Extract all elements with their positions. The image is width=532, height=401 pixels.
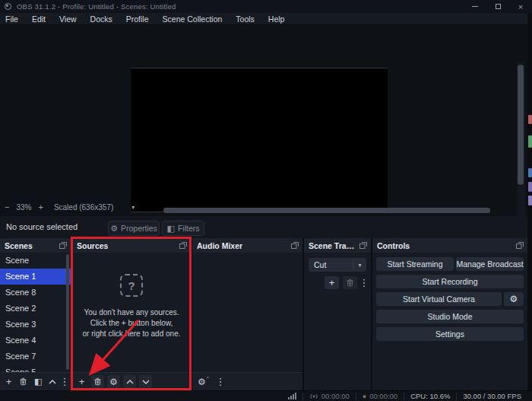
maximize-icon — [496, 4, 501, 9]
obs-logo-icon — [5, 3, 11, 10]
stream-timer: 00:00:00 — [303, 391, 356, 401]
menu-file[interactable]: File — [0, 14, 25, 24]
dock-popout-icon[interactable] — [59, 242, 67, 249]
background-chip — [528, 196, 532, 205]
preview-vertical-scrollbar[interactable] — [517, 62, 525, 228]
add-source-button[interactable]: + — [75, 375, 88, 388]
zoom-out-button[interactable]: − — [0, 202, 14, 212]
sources-panel-header[interactable]: Sources — [72, 238, 191, 253]
remove-scene-button[interactable] — [17, 375, 29, 388]
menu-view[interactable]: View — [52, 14, 84, 24]
preview-zoom-controls: − 33% + Scaled (636x357) ▾ — [0, 201, 160, 213]
audio-mixer-body[interactable] — [192, 253, 302, 372]
menu-tools[interactable]: Tools — [229, 14, 261, 24]
scenes-more-button[interactable]: ⋮ — [62, 375, 68, 388]
gear-icon: ⚙ — [109, 377, 118, 387]
scene-list-item[interactable]: Scene 4 — [0, 333, 71, 348]
record-icon: ● — [363, 393, 366, 400]
advanced-audio-button[interactable]: ⚙ ∘ — [195, 375, 208, 388]
broadcast-icon — [309, 393, 318, 400]
scene-list-item[interactable]: Scene 5 — [0, 364, 71, 372]
maximize-button[interactable] — [486, 0, 509, 13]
scene-list-item-selected[interactable]: Scene 1 — [0, 269, 71, 285]
remove-source-button[interactable] — [91, 375, 104, 388]
scene-list-item[interactable]: Scene — [0, 253, 71, 269]
virtual-camera-config-button[interactable]: ⚙ — [504, 292, 524, 306]
start-streaming-button[interactable]: Start Streaming — [376, 257, 454, 271]
move-source-down-button[interactable] — [139, 375, 152, 388]
dock-popout-icon[interactable] — [516, 242, 524, 249]
no-source-selected-label: No source selected — [6, 222, 78, 231]
dock-popout-icon[interactable] — [359, 242, 367, 249]
scenes-toolbar: + ◧ ⋮ — [0, 372, 71, 390]
gear-icon: ⚙ — [110, 224, 118, 234]
controls-panel-title: Controls — [377, 241, 410, 250]
preview-vertical-scrollbar-thumb[interactable] — [518, 65, 524, 185]
background-chip — [528, 135, 532, 148]
scenes-scrollbar[interactable] — [66, 254, 69, 370]
scene-transitions-panel: Scene Transitions Cut ▾ + ⋮ — [304, 238, 371, 390]
filters-button-label: Filters — [178, 224, 200, 233]
start-virtual-camera-button[interactable]: Start Virtual Camera — [376, 292, 502, 306]
menu-profile[interactable]: Profile — [119, 14, 156, 24]
chevron-up-icon — [126, 380, 134, 384]
zoom-in-button[interactable]: + — [33, 202, 47, 212]
menu-bar: File Edit View Docks Profile Scene Colle… — [0, 13, 532, 25]
transition-properties-button[interactable]: ⋮ — [361, 276, 367, 289]
scene-list-item[interactable]: Scene 2 — [0, 301, 71, 317]
minimize-button[interactable] — [464, 0, 486, 13]
scene-filters-button[interactable]: ◧ — [33, 375, 44, 388]
preview-canvas[interactable] — [131, 68, 388, 212]
fps-indicator: 30.00 / 30.00 FPS — [457, 391, 527, 401]
add-scene-button[interactable]: + — [3, 375, 14, 388]
menu-scene-collection[interactable]: Scene Collection — [156, 14, 230, 24]
audio-mixer-panel: Audio Mixer ⚙ ∘ ⋮ — [192, 238, 302, 390]
scene-transitions-panel-header[interactable]: Scene Transitions — [304, 238, 371, 253]
background-chip — [528, 168, 532, 177]
transition-select[interactable]: Cut ▾ — [309, 258, 366, 272]
preview-horizontal-scrollbar-thumb[interactable] — [163, 208, 490, 213]
scene-list-item[interactable]: Scene 8 — [0, 285, 71, 301]
remove-transition-button[interactable] — [343, 276, 357, 289]
audio-mixer-panel-header[interactable]: Audio Mixer — [192, 238, 302, 253]
dock-popout-icon[interactable] — [179, 242, 187, 249]
scene-list-item[interactable]: Scene 3 — [0, 317, 71, 333]
studio-mode-button[interactable]: Studio Mode — [376, 310, 524, 323]
scale-mode-dropdown[interactable]: Scaled (636x357) ▾ — [54, 203, 135, 212]
background-chip — [528, 115, 532, 124]
scene-list-item[interactable]: Scene 7 — [0, 348, 71, 364]
filters-button[interactable]: ◧ Filters — [162, 221, 204, 236]
menu-docks[interactable]: Docks — [84, 14, 119, 24]
manage-broadcast-button[interactable]: Manage Broadcast — [456, 257, 524, 271]
add-transition-button[interactable]: + — [325, 276, 339, 289]
sources-panel-title: Sources — [77, 241, 108, 250]
close-button[interactable]: × — [509, 0, 532, 13]
sources-empty-state: ? You don't have any sources. Click the … — [72, 253, 191, 372]
sources-list[interactable]: ? You don't have any sources. Click the … — [72, 253, 191, 372]
gear-icon: ⚙ — [198, 377, 206, 387]
scene-transitions-panel-title: Scene Transitions — [309, 241, 357, 250]
filters-icon: ◧ — [34, 377, 42, 386]
trash-icon — [93, 377, 102, 386]
menu-edit[interactable]: Edit — [25, 14, 52, 24]
controls-panel: Controls Start Streaming Manage Broadcas… — [372, 238, 527, 390]
audio-mixer-more-button[interactable]: ⋮ — [217, 375, 223, 388]
stream-time-value: 00:00:00 — [321, 392, 350, 400]
move-source-up-button[interactable] — [123, 375, 136, 388]
transition-buttons: + ⋮ — [304, 276, 367, 289]
sources-empty-text-line1: You don't have any sources. — [84, 307, 179, 318]
menu-help[interactable]: Help — [261, 14, 292, 24]
scenes-panel: Scenes Scene Scene 1 Scene 8 Scene 2 Sce… — [0, 238, 71, 390]
settings-button[interactable]: Settings — [376, 327, 524, 341]
scenes-panel-header[interactable]: Scenes — [0, 238, 71, 253]
move-scene-up-button[interactable] — [47, 375, 59, 388]
source-properties-button[interactable]: ⚙ — [107, 375, 120, 388]
dock-popout-icon[interactable] — [291, 242, 299, 249]
connection-status — [282, 391, 302, 401]
chevron-up-icon — [49, 380, 56, 384]
controls-panel-header[interactable]: Controls — [372, 238, 527, 253]
scene-transitions-body: Cut ▾ + ⋮ — [304, 253, 371, 390]
start-recording-button[interactable]: Start Recording — [376, 275, 524, 288]
small-gear-icon: ∘ — [206, 374, 209, 380]
properties-button[interactable]: ⚙ Properties — [108, 221, 160, 236]
